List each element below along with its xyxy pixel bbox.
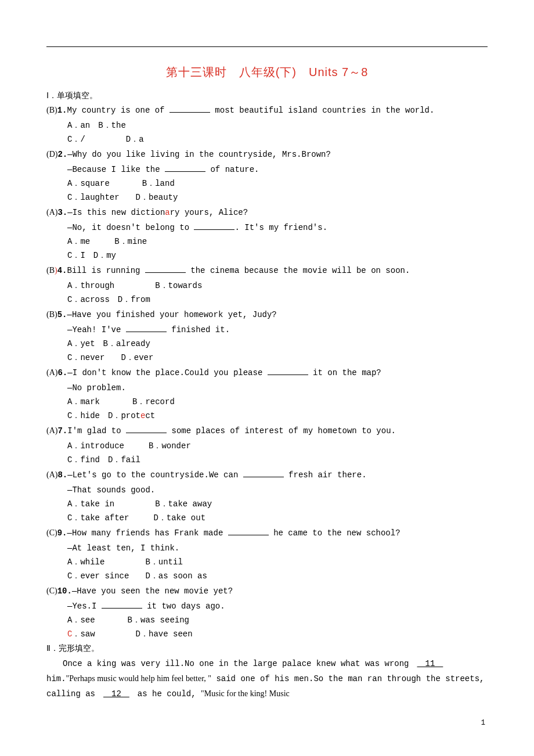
question-1: (B)1.My country is one of most beautiful… (46, 103, 488, 117)
answer-key: (A) (46, 208, 57, 217)
stem-text: he came to the new school? (269, 528, 400, 538)
blank (165, 163, 205, 172)
cloze-text: Once a king was very ill.No one in the l… (63, 659, 417, 668)
answer-key: (C) (46, 586, 57, 595)
cloze-quote: "Perhaps music would help him feel bette… (66, 674, 211, 683)
cloze-text: as he could, (129, 689, 201, 699)
blank (268, 366, 308, 375)
stem-text: —I don't know the place.Could you please (67, 368, 267, 377)
dialogue-line: —No problem. (46, 381, 488, 395)
answer-key: (B) (46, 106, 57, 114)
question-number: 1. (57, 106, 67, 115)
question-number: 7. (57, 426, 67, 435)
options-row: A．see B．was seeing (46, 613, 488, 627)
blank (243, 469, 284, 477)
cloze-paragraph: Once a king was very ill.No one in the l… (46, 656, 488, 701)
page-number: 1 (46, 719, 488, 727)
stem-text: most beautiful island countries in the w… (210, 106, 434, 115)
stem-text: I'm glad to (67, 426, 126, 435)
options-row: C．ever since D．as soon as (46, 569, 488, 583)
dialogue-line: —At least ten, I think. (46, 541, 488, 555)
header-divider (46, 46, 488, 47)
options-row: C．find D．fail (46, 453, 488, 467)
options-row: A．an B．the (46, 118, 488, 132)
options-row: A．while B．until (46, 555, 488, 569)
question-10: (C)10.—Have you seen the new movie yet? (46, 584, 488, 598)
blank (228, 527, 269, 535)
options-row: C．laughter D．beauty (46, 190, 488, 204)
dialogue-line: —Yes.I it two days ago. (46, 599, 488, 613)
answer-key: (A) (46, 368, 57, 377)
options-row: A．yet B．already (46, 337, 488, 351)
dialogue-line: —Because I like the of nature. (46, 163, 488, 177)
lesson-title: 第十三课时 八年级(下) Units 7～8 (46, 64, 488, 80)
answer-key: (A) (46, 470, 57, 479)
cloze-quote: "Music for the king! Music (201, 689, 290, 698)
options-row: C．never D．ever (46, 351, 488, 365)
options-row: A．introduce B．wonder (46, 439, 488, 453)
question-4: (B)4.Bill is running the cinema because … (46, 264, 488, 278)
question-5: (B)5.—Have you finished your homework ye… (46, 308, 488, 322)
stem-text: —Have you seen the new movie yet? (72, 586, 233, 596)
answer-key: (A) (46, 426, 57, 435)
section-1-label: Ⅰ．单项填空。 (46, 91, 488, 101)
cloze-blank-11: 11 (417, 659, 443, 668)
stem-text: —How many friends has Frank made (67, 528, 228, 538)
options-row: C．across D．from (46, 293, 488, 307)
stem-text: —Have you finished your homework yet, Ju… (67, 310, 276, 319)
cloze-blank-12: 12 (103, 689, 129, 699)
question-number: 5. (57, 310, 67, 319)
blank (126, 424, 167, 433)
dialogue-line: —That sounds good. (46, 483, 488, 497)
question-number: 8. (57, 470, 67, 480)
dialogue-line: —Yeah! I've finished it. (46, 323, 488, 337)
question-number: 3. (57, 208, 67, 217)
section-2-label: Ⅱ．完形填空。 (46, 643, 488, 654)
stem-text: —Let's go to the countryside.We can (67, 470, 243, 480)
question-number: 2. (57, 150, 67, 159)
question-6: (A)6.—I don't know the place.Could you p… (46, 366, 488, 380)
question-2: (D)2.—Why do you like living in the coun… (46, 147, 488, 161)
stem-text: some places of interest of my hometown t… (167, 426, 396, 435)
blank (194, 221, 234, 230)
question-8: (A)8.—Let's go to the countryside.We can… (46, 468, 488, 482)
stem-text: —Is this new dictionary yours, Alice? (67, 208, 248, 217)
stem-text: it on the map? (308, 368, 381, 377)
question-number: 4. (57, 266, 67, 275)
options-row: A．square B．land (46, 177, 488, 190)
blank (145, 264, 186, 273)
question-7: (A)7.I'm glad to some places of interest… (46, 424, 488, 438)
options-row: C．hide D．protect (46, 409, 488, 423)
options-row: A．me B．mine (46, 235, 488, 249)
options-row: A．take in B．take away (46, 497, 488, 511)
stem-text: My country is one of (67, 106, 169, 115)
answer-key: (D) (46, 150, 57, 159)
options-row: C．saw D．have seen (46, 627, 488, 641)
stem-text: —Why do you like living in the countrysi… (67, 150, 331, 159)
options-row: C．I D．my (46, 249, 488, 262)
stem-text: fresh air there. (284, 470, 367, 480)
stem-text: Bill is running (67, 266, 145, 275)
options-row: C．take after D．take out (46, 511, 488, 525)
question-number: 9. (57, 528, 67, 538)
options-row: A．mark B．record (46, 395, 488, 409)
dialogue-line: —No, it doesn't belong to . It's my frie… (46, 221, 488, 235)
answer-key: (B) (46, 266, 57, 275)
blank (126, 323, 167, 332)
question-3: (A)3.—Is this new dictionary yours, Alic… (46, 206, 488, 219)
stem-text: the cinema because the movie will be on … (186, 266, 410, 275)
document-page: 第十三课时 八年级(下) Units 7～8 Ⅰ．单项填空。 (B)1.My c… (0, 0, 534, 750)
options-row: C．/ D．a (46, 132, 488, 146)
question-9: (C)9.—How many friends has Frank made he… (46, 526, 488, 540)
options-row: A．through B．towards (46, 279, 488, 293)
answer-key: (B) (46, 310, 57, 319)
cloze-text: him. (46, 674, 66, 683)
answer-key: (C) (46, 528, 57, 537)
blank (169, 104, 210, 113)
question-number: 10. (57, 586, 72, 596)
blank (102, 600, 142, 609)
question-number: 6. (57, 368, 67, 377)
